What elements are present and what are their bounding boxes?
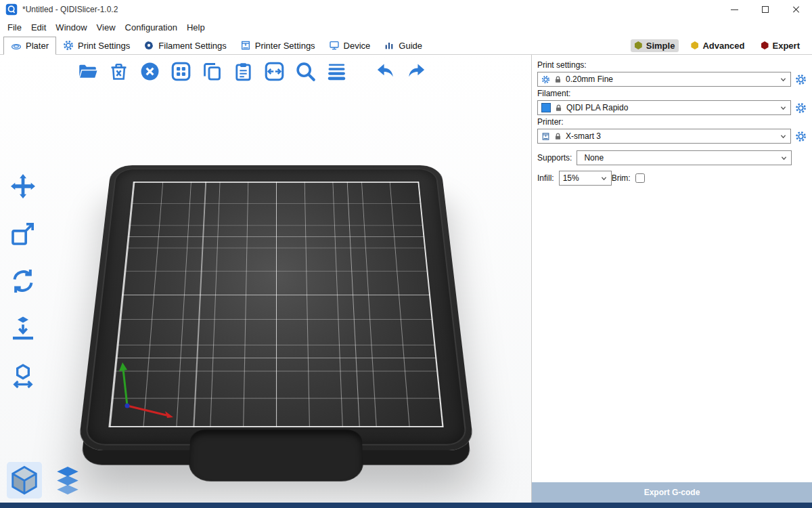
copy-button[interactable] bbox=[200, 60, 224, 83]
expert-hexagon-icon bbox=[761, 41, 769, 49]
export-gcode-button[interactable]: Export G-code bbox=[532, 482, 812, 503]
viewport-3d[interactable] bbox=[0, 55, 531, 503]
chevron-down-icon bbox=[780, 133, 787, 140]
settings-sidebar: Print settings: 0.20mm Fine Filament: QI… bbox=[531, 55, 812, 503]
menu-view[interactable]: View bbox=[92, 21, 120, 34]
tab-guide[interactable]: Guide bbox=[377, 37, 429, 54]
supports-value: None bbox=[584, 153, 604, 163]
menu-configuration[interactable]: Configuration bbox=[120, 21, 182, 34]
variable-layer-height-button[interactable] bbox=[325, 60, 348, 83]
view-toolbar bbox=[7, 462, 85, 499]
filament-value: QIDI PLA Rapido bbox=[566, 103, 628, 112]
circle-x-icon bbox=[139, 61, 160, 82]
lock-icon bbox=[554, 104, 563, 112]
infill-value: 15% bbox=[563, 173, 579, 183]
folder-open-icon bbox=[77, 61, 98, 82]
arrange-button[interactable] bbox=[169, 60, 193, 83]
move-tool-button[interactable] bbox=[7, 170, 39, 203]
redo-button[interactable] bbox=[405, 60, 428, 83]
tab-label: Guide bbox=[399, 41, 422, 51]
menu-help[interactable]: Help bbox=[182, 21, 210, 34]
tab-filament-settings[interactable]: Filament Settings bbox=[137, 37, 233, 54]
printer-combo[interactable]: X-smart 3 bbox=[537, 129, 791, 144]
gear-icon bbox=[795, 74, 807, 85]
window-controls bbox=[719, 0, 812, 19]
supports-row: Supports: None bbox=[537, 150, 807, 165]
paste-button[interactable] bbox=[231, 60, 255, 83]
printer-icon bbox=[541, 132, 550, 141]
lock-icon bbox=[554, 132, 562, 141]
brim-checkbox[interactable] bbox=[635, 173, 645, 183]
filament-label: Filament: bbox=[537, 89, 807, 98]
maximize-button[interactable] bbox=[750, 0, 781, 19]
guide-icon bbox=[384, 40, 394, 51]
menu-edit[interactable]: Edit bbox=[26, 21, 51, 34]
open-project-button[interactable] bbox=[76, 60, 99, 83]
delete-button[interactable] bbox=[107, 60, 131, 83]
bottom-accent-strip bbox=[0, 503, 812, 508]
mirror-icon bbox=[9, 362, 37, 389]
tab-print-settings[interactable]: Print Settings bbox=[56, 37, 137, 54]
menu-window[interactable]: Window bbox=[51, 21, 91, 34]
printer-value: X-smart 3 bbox=[566, 131, 601, 141]
axes-indicator bbox=[116, 353, 191, 427]
filament-gear-button[interactable] bbox=[795, 102, 807, 114]
infill-row: Infill: 15% Brim: bbox=[537, 171, 807, 186]
gear-icon bbox=[795, 102, 807, 114]
rotate-tool-button[interactable] bbox=[7, 265, 39, 297]
bed-scene bbox=[73, 105, 479, 503]
close-icon bbox=[792, 5, 800, 14]
redo-arrow-icon bbox=[406, 61, 427, 82]
undo-arrow-icon bbox=[375, 61, 396, 82]
tab-device[interactable]: Device bbox=[322, 37, 378, 54]
filament-combo[interactable]: QIDI PLA Rapido bbox=[537, 100, 791, 115]
printer-gear-button[interactable] bbox=[795, 131, 807, 142]
filament-spool-icon bbox=[143, 40, 154, 51]
layers-stack-icon bbox=[52, 464, 83, 496]
plater-icon bbox=[11, 41, 22, 51]
print-settings-label: Print settings: bbox=[537, 60, 807, 70]
search-button[interactable] bbox=[294, 60, 317, 83]
minimize-button[interactable] bbox=[719, 0, 750, 19]
delete-all-button[interactable] bbox=[138, 60, 162, 83]
copy-icon bbox=[202, 61, 223, 82]
top-toolbar bbox=[76, 60, 428, 83]
tab-printer-settings[interactable]: Printer Settings bbox=[233, 37, 322, 54]
mode-expert[interactable]: Expert bbox=[757, 39, 804, 52]
mode-simple[interactable]: Simple bbox=[631, 39, 679, 52]
mirror-tool-button[interactable] bbox=[7, 360, 39, 392]
printer-icon bbox=[240, 40, 251, 51]
filament-color-swatch bbox=[541, 103, 551, 112]
tab-label: Print Settings bbox=[78, 41, 130, 51]
editor-3d-view-button[interactable] bbox=[7, 462, 42, 499]
supports-label: Supports: bbox=[537, 153, 572, 163]
split-objects-button[interactable] bbox=[263, 60, 286, 83]
undo-button[interactable] bbox=[374, 60, 397, 83]
tab-plater[interactable]: Plater bbox=[3, 37, 56, 55]
print-settings-row: 0.20mm Fine bbox=[537, 72, 807, 87]
menu-file[interactable]: File bbox=[3, 21, 26, 34]
place-on-face-tool-button[interactable] bbox=[7, 312, 39, 345]
tab-label: Printer Settings bbox=[255, 41, 315, 51]
mode-advanced[interactable]: Advanced bbox=[687, 39, 748, 52]
preview-layers-button[interactable] bbox=[50, 462, 85, 499]
close-button[interactable] bbox=[781, 0, 812, 19]
bed-handle bbox=[188, 429, 364, 481]
scale-tool-button[interactable] bbox=[7, 217, 39, 250]
mode-label: Advanced bbox=[702, 41, 744, 51]
print-settings-gear-button[interactable] bbox=[795, 74, 807, 85]
layer-bars-icon bbox=[326, 61, 347, 82]
maximize-icon bbox=[762, 6, 769, 13]
chevron-down-icon bbox=[600, 175, 608, 182]
tab-label: Filament Settings bbox=[158, 41, 226, 51]
supports-combo[interactable]: None bbox=[577, 150, 792, 165]
infill-combo[interactable]: 15% bbox=[559, 171, 612, 186]
print-settings-combo[interactable]: 0.20mm Fine bbox=[537, 72, 791, 87]
left-toolbar bbox=[7, 170, 39, 392]
tab-label: Plater bbox=[26, 41, 49, 51]
filament-row: QIDI PLA Rapido bbox=[537, 100, 807, 115]
cube-3d-icon bbox=[9, 464, 40, 496]
gear-icon bbox=[795, 131, 807, 142]
minimize-icon bbox=[731, 9, 738, 10]
chevron-down-icon bbox=[780, 154, 788, 162]
